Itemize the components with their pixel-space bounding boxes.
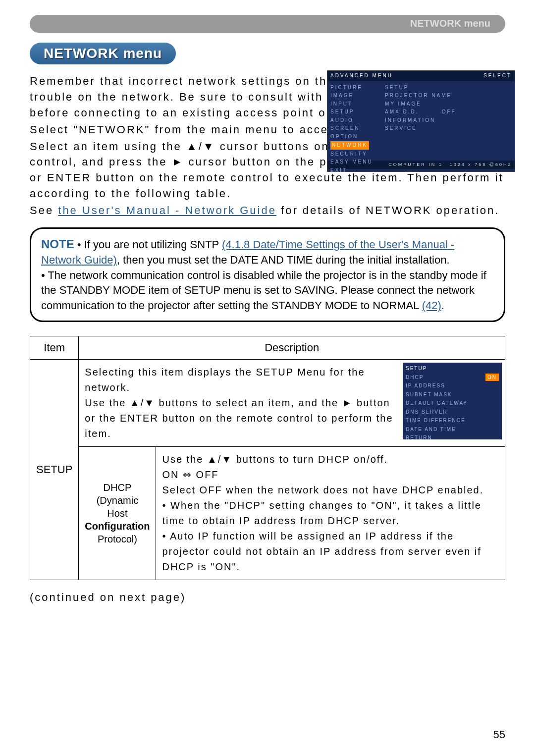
osd-right-item: MY IMAGE — [385, 101, 512, 108]
continued-line: (continued on next page) — [30, 591, 505, 604]
link-network-guide[interactable]: the User's Manual - Network Guide — [58, 204, 276, 216]
osd-left-item: EASY MENU — [330, 159, 379, 166]
th-description: Description — [79, 336, 505, 360]
osd-right-item: SETUP — [385, 84, 512, 92]
header-bar: NETWORK menu — [30, 15, 505, 33]
osd-right-item: AMX D.D. OFF — [385, 108, 512, 116]
osd-foot-l: COMPUTER IN 1 — [388, 162, 443, 168]
cell-setup: SETUP — [30, 360, 79, 580]
osd-advanced-menu: ADVANCED MENU SELECT PICTURE IMAGE INPUT… — [327, 70, 515, 172]
osd-left-item: SECURITY — [330, 151, 379, 158]
cell-setup-desc: SETUP DHCPON IP ADDRESS SUBNET MASK DEFA… — [79, 360, 505, 447]
osd-foot-r: 1024 x 768 @60Hz — [450, 162, 512, 168]
note-line1: • If you are not utilizing SNTP (4.1.8 D… — [41, 238, 454, 266]
page-title-pill: NETWORK menu — [30, 43, 176, 64]
cell-dhcp-desc: Use the ▲/▼ buttons to turn DHCP on/off.… — [156, 447, 505, 580]
dhcp-text: Use the ▲/▼ buttons to turn DHCP on/off.… — [162, 452, 499, 575]
osd-right-item: INFORMATION — [385, 117, 512, 124]
note-line2: • The network communication control is d… — [41, 269, 486, 312]
osd-left-item: OPTION — [330, 133, 379, 141]
osd-title: ADVANCED MENU — [330, 72, 393, 80]
osd-setup-menu: SETUP DHCPON IP ADDRESS SUBNET MASK DEFA… — [403, 363, 502, 439]
note-box: NOTE • If you are not utilizing SNTP (4.… — [30, 227, 505, 322]
page-number: 55 — [493, 728, 505, 741]
osd-left-item: PICTURE — [330, 84, 379, 92]
osd-left-item: AUDIO — [330, 117, 379, 124]
osd-right-item: SERVICE — [385, 125, 512, 132]
cell-dhcp: DHCP(Dynamic HostConfigurationProtocol) — [79, 447, 156, 580]
intro-block: ADVANCED MENU SELECT PICTURE IMAGE INPUT… — [30, 73, 505, 218]
th-item: Item — [30, 336, 79, 360]
link-page42[interactable]: (42) — [422, 299, 441, 312]
osd-left-item: NETWORK — [330, 141, 379, 150]
osd-left-item: IMAGE — [330, 92, 379, 100]
osd-left-item: SETUP — [330, 108, 379, 116]
description-table: Item Description SETUP SETUP DHCPON IP A… — [30, 336, 505, 580]
header-label: NETWORK menu — [410, 18, 490, 29]
osd-left-item: INPUT — [330, 101, 379, 108]
osd-select: SELECT — [483, 72, 512, 80]
osd-left-item: SCREEN — [330, 125, 379, 132]
intro-p4: See the User's Manual - Network Guide fo… — [30, 203, 505, 218]
osd-right-item: PROJECTOR NAME — [385, 92, 512, 100]
osd-left-item: EXIT — [330, 167, 379, 174]
note-label: NOTE — [41, 237, 74, 251]
